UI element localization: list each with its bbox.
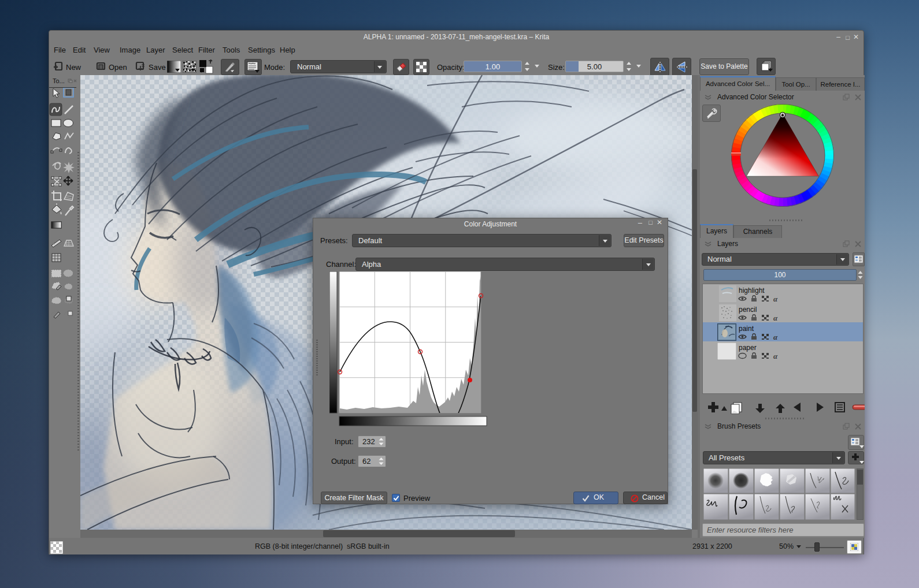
svg-text:α: α [773,314,778,322]
svg-text:α: α [773,333,778,341]
svg-text:α: α [773,295,778,303]
svg-text:α: α [773,352,778,360]
